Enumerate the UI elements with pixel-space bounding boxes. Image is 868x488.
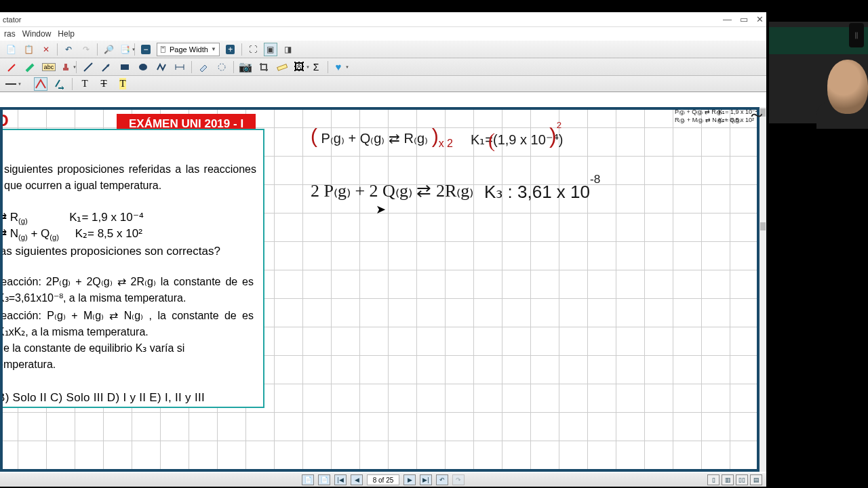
pdf-viewer-window: ctator — ▭ ✕ ras Window Help 📄 📋 ✕ ↶ ↷ 🔎… — [0, 12, 766, 487]
zoom-in-icon[interactable]: + — [224, 43, 237, 56]
favorite-icon[interactable]: ♥ — [333, 62, 344, 73]
close-button[interactable]: ✕ — [756, 14, 764, 24]
insert-image-icon[interactable]: 🖼 — [294, 62, 304, 73]
handwriting-line2-eq: 2 P₍g₎ + 2 Q₍g₎ ⇄ 2R₍g₎ — [311, 180, 473, 201]
undo-icon[interactable]: ↶ — [62, 43, 75, 56]
webcam-face — [827, 60, 868, 114]
goto-icon[interactable]: 📑 — [119, 44, 130, 55]
tilde-mark: ～ — [747, 102, 766, 127]
stamp-icon[interactable] — [60, 62, 71, 73]
crop-icon[interactable] — [257, 60, 271, 74]
menu-bar: ras Window Help — [0, 27, 766, 41]
page-indicator[interactable] — [367, 474, 399, 485]
polyline-icon[interactable] — [155, 60, 168, 74]
text-normal-icon[interactable]: T — [78, 77, 92, 91]
ellipse-icon[interactable] — [136, 60, 150, 74]
svg-point-11 — [218, 64, 225, 70]
open-paren-red: ( — [488, 129, 495, 152]
copy-icon[interactable]: 📋 — [22, 43, 35, 56]
page-prev-button[interactable]: ◀ — [351, 474, 363, 485]
problem-question: las siguientes proposiciones son correct… — [3, 243, 220, 260]
canvas-border: O EXÁMEN UNI 2019 - I siguientes proposi… — [0, 107, 760, 472]
format-toolbar: T T T — [0, 76, 766, 92]
annotation-toolbar: abc 📷 🖼 Σ ♥ — [0, 58, 766, 76]
delete-icon[interactable]: ✕ — [39, 43, 53, 56]
svg-line-4 — [84, 63, 92, 71]
maximize-button[interactable]: ▭ — [740, 14, 748, 24]
line-style-icon[interactable] — [5, 79, 16, 89]
open-icon[interactable]: 📄 — [4, 43, 18, 56]
handwriting-square: )2 — [549, 114, 561, 139]
scroll-thumb[interactable] — [760, 222, 766, 230]
page-first-doc-icon[interactable]: 📄 — [302, 474, 314, 485]
zoom-out-icon[interactable]: − — [139, 43, 153, 56]
proposition-2: reacción: P₍g₎ + M₍g₎ ⇄ N₍g₎ , la consta… — [3, 308, 254, 340]
zoom-select[interactable]: Page Width ▼ — [157, 43, 220, 56]
equation-2: ⇄ N(g) + Q(g) K₂= 8,5 x 10² — [3, 225, 142, 243]
page-last-button[interactable]: ▶| — [420, 474, 432, 485]
nav-fwd-button[interactable]: ↷ — [452, 474, 465, 485]
svg-point-7 — [139, 64, 147, 70]
view-facing-icon[interactable]: ▯▯ — [736, 474, 748, 485]
view-single-icon[interactable]: ▯ — [707, 474, 719, 485]
answer-options: B) Solo II C) Solo III D) I y II E) I, I… — [3, 389, 205, 407]
svg-rect-2 — [63, 68, 68, 70]
handwriting-line1: ( P₍g₎ + Q₍g₎ ⇄ R₍g₎ )x 2 — [311, 125, 453, 148]
page-first-button[interactable]: |◀ — [334, 474, 347, 485]
view-book-icon[interactable]: ▤ — [750, 474, 762, 485]
minimize-button[interactable]: — — [723, 14, 732, 24]
ruler-icon[interactable] — [275, 60, 289, 74]
highlighter-icon[interactable] — [24, 60, 37, 74]
webcam-overlay: ⦀ — [769, 22, 868, 123]
formula-icon[interactable]: Σ — [309, 60, 323, 74]
text-highlight-icon[interactable]: T — [116, 77, 130, 91]
vertical-scrollbar[interactable] — [760, 107, 766, 472]
page-last-doc-icon[interactable]: 📄 — [318, 474, 330, 485]
page-next-button[interactable]: ▶ — [403, 474, 416, 485]
svg-rect-1 — [162, 47, 165, 47]
lasso-icon[interactable] — [215, 60, 229, 74]
line-icon[interactable] — [81, 60, 95, 74]
text-box-icon[interactable]: abc — [42, 60, 56, 74]
problem-number: O — [3, 111, 9, 130]
proposition-1: reacción: 2P₍g₎ + 2Q₍g₎ ⇄ 2R₍g₎ la const… — [3, 274, 254, 306]
fullscreen-icon[interactable]: ⛶ — [246, 43, 260, 56]
pen-icon[interactable] — [5, 60, 19, 74]
snapshot-icon[interactable]: 📷 — [239, 60, 252, 74]
problem-box: siguientes proposiciones referidas a las… — [3, 129, 264, 408]
status-bar: 📄 📄 |◀ ◀ ▶ ▶| ↶ ↷ ▯ ▥ ▯▯ ▤ — [0, 473, 766, 487]
title-bar: ctator — ▭ ✕ — [0, 12, 766, 27]
window-title: ctator — [3, 16, 22, 24]
handwriting-line2-k: K₃ : 3,61 x 10-8 — [484, 180, 600, 203]
menu-extras[interactable]: ras — [4, 29, 16, 39]
convert-icon[interactable] — [53, 77, 66, 91]
menu-window[interactable]: Window — [22, 29, 52, 39]
two-page-icon[interactable]: ◨ — [281, 43, 295, 56]
edge-style-icon[interactable] — [34, 77, 47, 91]
svg-rect-12 — [277, 64, 288, 70]
zoom-label: Page Width — [170, 45, 208, 54]
proposition-3: de la constante de equilibrio K₃ varía s… — [3, 340, 214, 373]
problem-intro: siguientes proposiciones referidas a las… — [4, 161, 256, 194]
window-controls: — ▭ ✕ — [723, 14, 764, 24]
dimension-icon[interactable] — [173, 60, 186, 74]
arrow-icon[interactable] — [100, 60, 113, 74]
presentation-icon[interactable]: ▣ — [264, 43, 277, 56]
redo-icon[interactable]: ↷ — [79, 43, 93, 56]
rect-icon[interactable] — [118, 60, 132, 74]
svg-rect-3 — [64, 64, 67, 68]
svg-rect-6 — [121, 64, 129, 70]
view-cont-icon[interactable]: ▥ — [722, 474, 734, 485]
text-strike-icon[interactable]: T — [97, 77, 111, 91]
eraser-icon[interactable] — [197, 60, 210, 74]
webcam-object-icon: ⦀ — [849, 23, 864, 47]
search-icon[interactable]: 🔎 — [102, 43, 115, 56]
view-mode-buttons: ▯ ▥ ▯▯ ▤ — [707, 474, 762, 485]
nav-back-button[interactable]: ↶ — [436, 474, 448, 485]
menu-help[interactable]: Help — [58, 29, 75, 39]
cursor-icon: ➤ — [376, 202, 386, 217]
main-toolbar: 📄 📋 ✕ ↶ ↷ 🔎 📑 − Page Width ▼ + ⛶ ▣ ◨ — [0, 41, 766, 58]
workspace: O EXÁMEN UNI 2019 - I siguientes proposi… — [0, 107, 766, 472]
page-canvas[interactable]: O EXÁMEN UNI 2019 - I siguientes proposi… — [3, 110, 757, 469]
